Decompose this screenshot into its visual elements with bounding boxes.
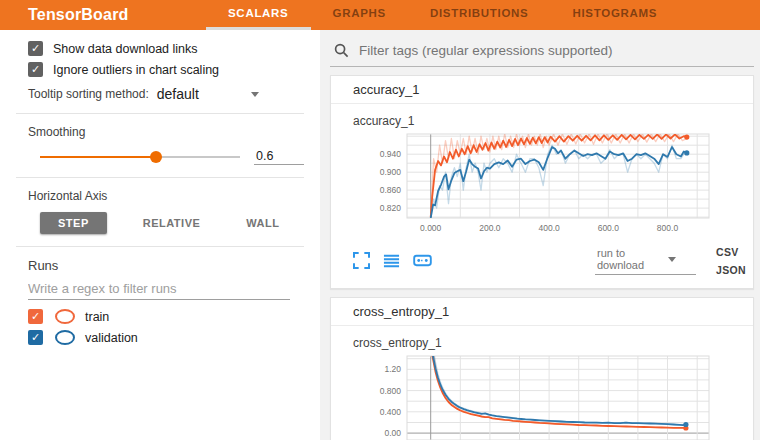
runs-label: Runs	[28, 258, 58, 273]
tag-filter-input[interactable]	[357, 42, 752, 59]
accuracy-chart-card: accuracy_1 0.000200.0400.0600.0800.00.82…	[331, 104, 753, 288]
run-to-download-label: run to download	[597, 247, 644, 271]
download-links-row: ✓ Show data download links	[0, 38, 320, 59]
svg-text:0.820: 0.820	[380, 203, 402, 213]
svg-text:0.00: 0.00	[384, 428, 401, 438]
tag-filter-row	[330, 38, 754, 67]
svg-text:1.20: 1.20	[384, 364, 401, 374]
svg-text:800.0: 800.0	[657, 223, 679, 233]
svg-text:600.0: 600.0	[598, 223, 620, 233]
svg-text:0.900: 0.900	[380, 167, 402, 177]
section-cross-entropy: cross_entropy_1 cross_entropy_1 0.000200…	[330, 297, 754, 440]
app-header: TensorBoard SCALARS GRAPHS DISTRIBUTIONS…	[0, 0, 760, 30]
divider	[16, 177, 304, 178]
divider	[16, 113, 304, 114]
svg-text:0.860: 0.860	[380, 185, 402, 195]
svg-text:0.800: 0.800	[380, 386, 402, 396]
axis-step-button[interactable]: STEP	[40, 212, 107, 234]
download-links-checkbox[interactable]: ✓	[28, 41, 43, 56]
tab-graphs[interactable]: GRAPHS	[311, 0, 408, 30]
tab-distributions[interactable]: DISTRIBUTIONS	[408, 0, 551, 30]
cross-entropy-chart[interactable]: 0.000200.0400.0600.0800.00.000.4000.8001…	[355, 352, 745, 440]
axis-wall-button[interactable]: WALL	[236, 212, 289, 234]
ignore-outliers-label: Ignore outliers in chart scaling	[53, 63, 219, 77]
run-row-train: ✓ train	[0, 306, 320, 327]
smoothing-slider[interactable]	[40, 150, 240, 164]
accuracy-chart[interactable]: 0.000200.0400.0600.0800.00.8200.8600.900…	[355, 130, 745, 240]
download-links-label: Show data download links	[53, 42, 198, 56]
search-icon	[334, 43, 349, 58]
cross-entropy-chart-card: cross_entropy_1 0.000200.0400.0600.0800.…	[331, 326, 753, 440]
run-row-validation: ✓ validation	[0, 327, 320, 348]
horizontal-axis-label: Horizontal Axis	[28, 189, 107, 203]
axis-relative-button[interactable]: RELATIVE	[133, 212, 211, 234]
ignore-outliers-checkbox[interactable]: ✓	[28, 62, 43, 77]
tooltip-sorting-label: Tooltip sorting method:	[28, 87, 149, 101]
tab-scalars[interactable]: SCALARS	[206, 0, 311, 30]
main-panel: accuracy_1 accuracy_1 0.000200.0400.0600…	[320, 30, 760, 440]
smoothing-value-input[interactable]: 0.6	[254, 148, 304, 165]
smoothing-label: Smoothing	[28, 125, 85, 139]
tooltip-sorting-row: Tooltip sorting method: default	[0, 80, 320, 105]
horizontal-axis-buttons: STEP RELATIVE WALL	[0, 206, 320, 238]
csv-download-link[interactable]: CSV	[716, 246, 739, 258]
svg-text:200.0: 200.0	[479, 223, 501, 233]
slider-thumb[interactable]	[150, 151, 162, 163]
validation-run-label: validation	[85, 331, 138, 345]
section-accuracy-header[interactable]: accuracy_1	[331, 76, 753, 104]
expand-chart-icon[interactable]	[353, 251, 370, 270]
svg-text:0.940: 0.940	[380, 149, 402, 159]
runs-filter-input[interactable]	[28, 278, 290, 300]
accuracy-chart-title: accuracy_1	[343, 110, 745, 130]
runs-header: Runs	[0, 255, 320, 276]
section-accuracy: accuracy_1 accuracy_1 0.000200.0400.0600…	[330, 75, 754, 289]
svg-text:0.400: 0.400	[380, 407, 402, 417]
tab-histograms[interactable]: HISTOGRAMS	[550, 0, 679, 30]
train-color-swatch-icon	[55, 309, 75, 324]
ignore-outliers-row: ✓ Ignore outliers in chart scaling	[0, 59, 320, 80]
stacked-lines-icon[interactable]	[383, 251, 400, 270]
tooltip-sorting-select[interactable]: default	[157, 86, 245, 102]
sidebar: ✓ Show data download links ✓ Ignore outl…	[0, 30, 320, 440]
svg-text:0.000: 0.000	[420, 223, 442, 233]
tab-bar: SCALARS GRAPHS DISTRIBUTIONS HISTOGRAMS	[206, 0, 679, 30]
section-cross-entropy-header[interactable]: cross_entropy_1	[331, 298, 753, 326]
slider-fill	[40, 156, 156, 159]
tensorboard-app: TensorBoard SCALARS GRAPHS DISTRIBUTIONS…	[0, 0, 760, 440]
train-checkbox[interactable]: ✓	[28, 309, 43, 324]
chevron-down-icon[interactable]	[251, 92, 259, 97]
cross-entropy-chart-title: cross_entropy_1	[343, 332, 745, 352]
chevron-down-icon	[668, 257, 676, 262]
accuracy-chart-footer: run to download CSV JSON	[343, 240, 745, 284]
horizontal-axis-header: Horizontal Axis	[0, 186, 320, 206]
fit-domain-icon[interactable]	[413, 251, 432, 270]
app-title: TensorBoard	[0, 0, 178, 30]
json-download-link[interactable]: JSON	[716, 264, 746, 276]
validation-color-swatch-icon	[55, 330, 75, 345]
smoothing-header: Smoothing	[0, 122, 320, 142]
download-links: CSV JSON	[710, 242, 746, 278]
svg-text:400.0: 400.0	[538, 223, 560, 233]
validation-checkbox[interactable]: ✓	[28, 330, 43, 345]
train-run-label: train	[85, 310, 109, 324]
divider	[16, 246, 304, 247]
smoothing-row: 0.6	[0, 142, 320, 169]
run-to-download-select[interactable]: run to download	[595, 245, 696, 275]
